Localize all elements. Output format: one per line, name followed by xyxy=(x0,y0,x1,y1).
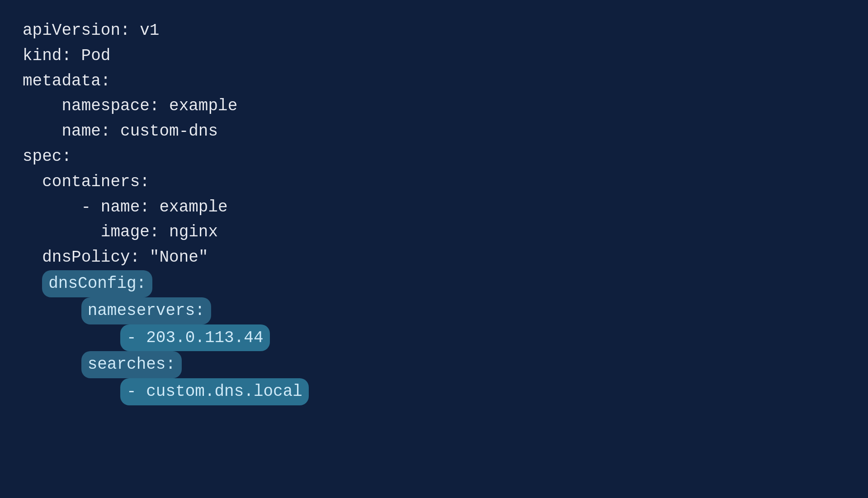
line-dns-policy: dnsPolicy: "None" xyxy=(23,245,845,270)
dns-config-pill: dnsConfig: xyxy=(42,270,152,297)
line-containers: containers: xyxy=(23,169,845,195)
line-metadata: metadata: xyxy=(23,69,845,94)
line-spec: spec: xyxy=(23,144,845,169)
line-searches: searches: xyxy=(23,351,845,378)
line-api-version: apiVersion: v1 xyxy=(23,18,845,43)
line-nameserver-value: - 203.0.113.44 xyxy=(23,324,845,352)
nameserver-value-pill: - 203.0.113.44 xyxy=(120,324,269,352)
line-name: name: custom-dns xyxy=(23,119,845,144)
line-dns-config: dnsConfig: xyxy=(23,270,845,297)
searches-value-pill: - custom.dns.local xyxy=(120,378,309,405)
searches-pill: searches: xyxy=(81,351,182,378)
line-container-list-name: - name: example xyxy=(23,195,845,220)
line-kind: kind: Pod xyxy=(23,43,845,69)
nameservers-pill: nameservers: xyxy=(81,297,211,324)
line-namespace: namespace: example xyxy=(23,94,845,119)
line-nameservers: nameservers: xyxy=(23,297,845,324)
line-image: image: nginx xyxy=(23,220,845,245)
line-searches-value: - custom.dns.local xyxy=(23,378,845,405)
code-block: apiVersion: v1 kind: Pod metadata: names… xyxy=(0,0,868,423)
